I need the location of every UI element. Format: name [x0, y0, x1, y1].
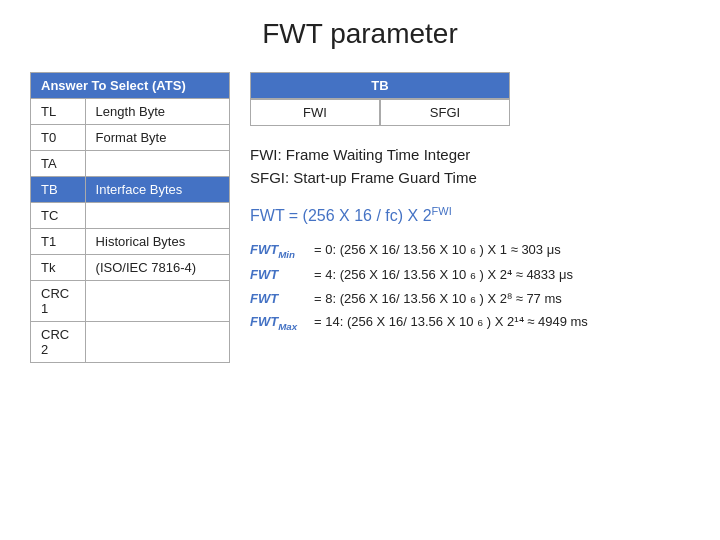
eq-exponent: 6 [470, 268, 475, 285]
eq-text: = 0: (256 X 16/ 13.56 X 10 [314, 239, 466, 261]
row-id: Tk [31, 255, 86, 281]
equation-line: FWTMin= 0: (256 X 16/ 13.56 X 106) X 1 ≈… [250, 239, 690, 263]
eq-exponent: 6 [477, 315, 482, 332]
fwt-equations: FWTMin= 0: (256 X 16/ 13.56 X 106) X 1 ≈… [250, 239, 690, 336]
eq-exponent: 6 [470, 292, 475, 309]
eq-end: ) X 2¹⁴ ≈ 4949 ms [487, 311, 588, 333]
eq-text: = 4: (256 X 16/ 13.56 X 10 [314, 264, 466, 286]
table-row: TA [31, 151, 230, 177]
row-label: Interface Bytes [85, 177, 229, 203]
sfgi-line: SFGI: Start-up Frame Guard Time [250, 167, 690, 190]
row-id: TL [31, 99, 86, 125]
eq-exponent: 6 [470, 243, 475, 260]
row-id: CRC 2 [31, 322, 86, 363]
tb-box-container: TB FWISFGI [250, 72, 690, 126]
equation-line: FWTMax= 14: (256 X 16/ 13.56 X 106) X 2¹… [250, 311, 690, 335]
eq-label: FWT [250, 288, 310, 310]
eq-label: FWTMax [250, 311, 310, 335]
equation-line: FWT= 4: (256 X 16/ 13.56 X 106) X 2⁴ ≈ 4… [250, 264, 690, 286]
row-id: T0 [31, 125, 86, 151]
table-row: Tk(ISO/IEC 7816-4) [31, 255, 230, 281]
fwi-sfgi-description: FWI: Frame Waiting Time Integer SFGI: St… [250, 144, 690, 189]
ats-table-header: Answer To Select (ATS) [31, 73, 230, 99]
table-row: TBInterface Bytes [31, 177, 230, 203]
row-id: TB [31, 177, 86, 203]
tb-sub-cell: SFGI [380, 99, 510, 126]
eq-text: = 8: (256 X 16/ 13.56 X 10 [314, 288, 466, 310]
eq-label: FWTMin [250, 239, 310, 263]
row-label: (ISO/IEC 7816-4) [85, 255, 229, 281]
table-row: CRC 1 [31, 281, 230, 322]
row-id: TC [31, 203, 86, 229]
tb-label: TB [250, 72, 510, 99]
row-id: TA [31, 151, 86, 177]
eq-end: ) X 2⁴ ≈ 4833 μs [480, 264, 573, 286]
content-area: Answer To Select (ATS) TLLength ByteT0Fo… [0, 72, 720, 363]
row-label [85, 322, 229, 363]
row-label: Format Byte [85, 125, 229, 151]
eq-text: = 14: (256 X 16/ 13.56 X 10 [314, 311, 473, 333]
fwi-line: FWI: Frame Waiting Time Integer [250, 144, 690, 167]
eq-label: FWT [250, 264, 310, 286]
row-label [85, 203, 229, 229]
row-label [85, 151, 229, 177]
table-row: T0Format Byte [31, 125, 230, 151]
row-id: T1 [31, 229, 86, 255]
ats-table: Answer To Select (ATS) TLLength ByteT0Fo… [30, 72, 230, 363]
row-label [85, 281, 229, 322]
table-row: TLLength Byte [31, 99, 230, 125]
formula-superscript: FWI [432, 205, 452, 217]
fwt-formula: FWT = (256 X 16 / fc) X 2FWI [250, 205, 690, 225]
table-row: T1Historical Bytes [31, 229, 230, 255]
row-id: CRC 1 [31, 281, 86, 322]
eq-end: ) X 2⁸ ≈ 77 ms [480, 288, 562, 310]
table-row: TC [31, 203, 230, 229]
page-title: FWT parameter [0, 0, 720, 72]
row-label: Historical Bytes [85, 229, 229, 255]
eq-end: ) X 1 ≈ 303 μs [480, 239, 561, 261]
tb-sub-cell: FWI [250, 99, 380, 126]
row-label: Length Byte [85, 99, 229, 125]
right-section: TB FWISFGI FWI: Frame Waiting Time Integ… [250, 72, 690, 363]
equation-line: FWT= 8: (256 X 16/ 13.56 X 106) X 2⁸ ≈ 7… [250, 288, 690, 310]
ats-section: Answer To Select (ATS) TLLength ByteT0Fo… [30, 72, 230, 363]
formula-text: FWT = (256 X 16 / fc) X 2 [250, 207, 432, 224]
table-row: CRC 2 [31, 322, 230, 363]
